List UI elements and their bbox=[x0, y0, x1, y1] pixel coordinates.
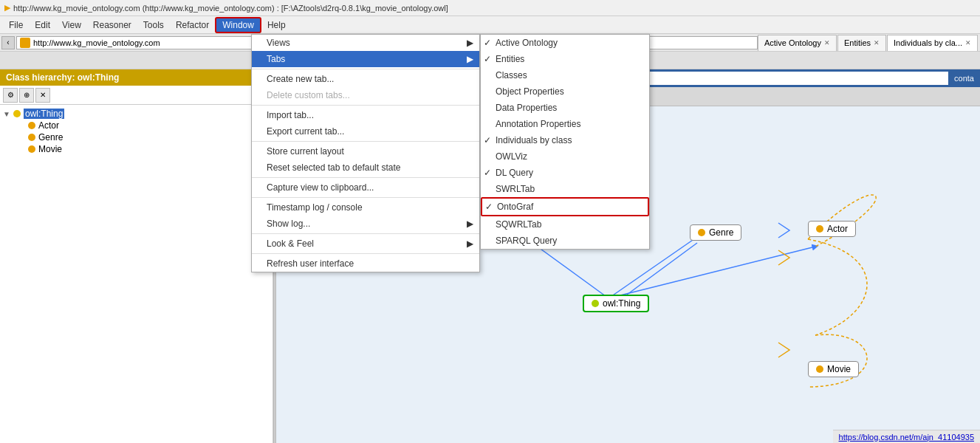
tab-entities[interactable]: Entities ✕ bbox=[837, 35, 886, 51]
movie-icon bbox=[28, 145, 35, 153]
window-menu-import-tab[interactable]: Import tab... bbox=[252, 107, 479, 123]
menu-file[interactable]: File bbox=[3, 18, 29, 32]
window-menu-show-log[interactable]: Show log... ▶ bbox=[252, 216, 479, 232]
owlthing-label: owl:Thing bbox=[24, 109, 64, 119]
window-menu-capture[interactable]: Capture view to clipboard... bbox=[252, 179, 479, 196]
menu-view[interactable]: View bbox=[56, 18, 87, 32]
import-tab-label: Import tab... bbox=[267, 110, 314, 120]
window-menu-export-tab[interactable]: Export current tab... bbox=[252, 123, 479, 140]
window-menu-look-feel[interactable]: Look & Feel ▶ bbox=[252, 236, 479, 252]
tab-individuals[interactable]: Individuals by cla... ✕ bbox=[887, 35, 978, 51]
tree-area: ▼ owl:Thing Actor Genre Movi bbox=[0, 105, 273, 158]
tab-entities-close[interactable]: ✕ bbox=[874, 39, 880, 47]
movie-dot bbox=[816, 365, 823, 373]
tabs-active-ontology-label: Active Ontology bbox=[496, 38, 558, 48]
tabs-submenu-object-properties[interactable]: Object Properties bbox=[481, 83, 649, 100]
class-hierarchy-header: Class hierarchy: owl:Thing bbox=[0, 69, 273, 86]
tabs-owlviz-label: OWLViz bbox=[496, 151, 527, 162]
tabs-submenu-ontograf[interactable]: ✓ OntoGraf bbox=[481, 197, 649, 216]
status-bar[interactable]: https://blog.csdn.net/m/ajn_41104935 bbox=[833, 430, 980, 443]
tabs-submenu-active-ontology[interactable]: ✓ Active Ontology bbox=[481, 35, 649, 51]
reset-tab-label: Reset selected tab to default state bbox=[267, 162, 400, 173]
title-text: http://www.kg_movie_ontology.com (http:/… bbox=[13, 4, 448, 13]
tool-icon-3[interactable]: ✕ bbox=[35, 88, 50, 103]
tool-icon-1[interactable]: ⚙ bbox=[3, 88, 18, 103]
tabs-entities-label: Entities bbox=[496, 54, 524, 64]
nav-back-button[interactable]: ‹ bbox=[1, 36, 15, 49]
menu-sep-1 bbox=[252, 69, 479, 69]
tabs-submenu-annotation-properties[interactable]: Annotation Properties bbox=[481, 116, 649, 132]
show-log-arrow-icon: ▶ bbox=[467, 219, 473, 229]
owlthing-icon bbox=[13, 110, 21, 117]
tree-item-movie[interactable]: Movie bbox=[18, 143, 270, 155]
genre-dot bbox=[698, 229, 705, 236]
individuals-check: ✓ bbox=[484, 135, 491, 145]
tab-individuals-close[interactable]: ✕ bbox=[965, 39, 971, 47]
create-tab-label: Create new tab... bbox=[267, 74, 334, 84]
genre-node-label: Genre bbox=[709, 227, 733, 238]
menu-sep-2 bbox=[252, 105, 479, 106]
refresh-ui-label: Refresh user interface bbox=[267, 258, 354, 269]
menu-sep-5 bbox=[252, 197, 479, 198]
actor-dot bbox=[816, 225, 823, 233]
window-menu-dropdown: Views ▶ Tabs ▶ Create new tab... Delete … bbox=[251, 34, 480, 272]
tab-active-ontology-close[interactable]: ✕ bbox=[824, 39, 830, 47]
delete-tabs-label: Delete custom tabs... bbox=[267, 90, 350, 100]
store-layout-label: Store current layout bbox=[267, 146, 344, 157]
window-menu-timestamp[interactable]: Timestamp log / console bbox=[252, 199, 479, 216]
tabs-arrow-icon: ▶ bbox=[467, 54, 473, 64]
tabs-submenu-classes[interactable]: Classes bbox=[481, 67, 649, 83]
tab-active-ontology-label: Active Ontology bbox=[764, 38, 821, 47]
window-menu-views-label: Views bbox=[267, 38, 290, 48]
tabs-submenu-sqwrltab[interactable]: SQWRLTab bbox=[481, 216, 649, 233]
tabs-submenu-swrltab[interactable]: SWRLTab bbox=[481, 181, 649, 197]
svg-line-2 bbox=[609, 247, 815, 298]
url-text: http://www.kg_movie_ontology.com bbox=[33, 38, 160, 47]
tabs-submenu-owlviz[interactable]: OWLViz bbox=[481, 148, 649, 165]
menu-edit[interactable]: Edit bbox=[29, 18, 56, 32]
actor-label: Actor bbox=[38, 120, 59, 131]
menu-refactor[interactable]: Refactor bbox=[170, 18, 215, 32]
tool-icon-2[interactable]: ⊕ bbox=[19, 88, 34, 103]
entities-check: ✓ bbox=[484, 54, 491, 64]
tabs-sparql-label: SPARQL Query bbox=[496, 236, 557, 246]
left-panel: Class hierarchy: owl:Thing ⚙ ⊕ ✕ ▼ owl:T… bbox=[0, 69, 273, 443]
actor-node-label: Actor bbox=[827, 224, 848, 234]
tab-active-ontology[interactable]: Active Ontology ✕ bbox=[758, 35, 837, 51]
menu-window[interactable]: Window bbox=[215, 17, 261, 33]
url-icon bbox=[20, 38, 30, 48]
tree-item-genre[interactable]: Genre bbox=[18, 131, 270, 143]
graph-node-movie[interactable]: Movie bbox=[808, 361, 859, 377]
menu-bar: File Edit View Reasoner Tools Refactor W… bbox=[0, 16, 980, 34]
look-feel-label: Look & Feel bbox=[267, 238, 314, 249]
graph-node-owlthing[interactable]: owl:Thing bbox=[583, 295, 649, 312]
window-menu-views[interactable]: Views ▶ bbox=[252, 35, 479, 51]
menu-sep-3 bbox=[252, 141, 479, 142]
tabs-submenu-entities[interactable]: ✓ Entities bbox=[481, 51, 649, 67]
tabs-submenu-individuals[interactable]: ✓ Individuals by class bbox=[481, 132, 649, 148]
tabs-submenu-dl-query[interactable]: ✓ DL Query bbox=[481, 165, 649, 181]
graph-node-actor[interactable]: Actor bbox=[808, 221, 856, 237]
title-icon: ▶ bbox=[4, 3, 10, 13]
window-menu-store-layout[interactable]: Store current layout bbox=[252, 143, 479, 159]
menu-sep-6 bbox=[252, 233, 479, 234]
toolbar-icons: ⚙ ⊕ ✕ bbox=[0, 86, 273, 105]
menu-help[interactable]: Help bbox=[261, 18, 292, 32]
window-menu-tabs[interactable]: Tabs ▶ bbox=[252, 51, 479, 67]
tabs-submenu-data-properties[interactable]: Data Properties bbox=[481, 100, 649, 116]
tabs-submenu-dropdown: ✓ Active Ontology ✓ Entities Classes Obj… bbox=[480, 34, 650, 250]
window-menu-create-tab[interactable]: Create new tab... bbox=[252, 71, 479, 87]
expand-icon: ▼ bbox=[3, 110, 10, 118]
window-menu-reset-tab[interactable]: Reset selected tab to default state bbox=[252, 159, 479, 176]
tabs-submenu-sparql[interactable]: SPARQL Query bbox=[481, 233, 649, 249]
tabs-swrltab-label: SWRLTab bbox=[496, 184, 535, 194]
tree-item-owlthing[interactable]: ▼ owl:Thing bbox=[3, 108, 270, 120]
window-menu-refresh-ui[interactable]: Refresh user interface bbox=[252, 255, 479, 272]
active-ontology-check: ✓ bbox=[484, 38, 491, 48]
owlthing-node-label: owl:Thing bbox=[603, 298, 640, 309]
graph-node-genre[interactable]: Genre bbox=[690, 224, 741, 241]
menu-reasoner[interactable]: Reasoner bbox=[87, 18, 137, 32]
tree-item-actor[interactable]: Actor bbox=[18, 120, 270, 131]
menu-tools[interactable]: Tools bbox=[137, 18, 170, 32]
genre-icon bbox=[28, 134, 35, 141]
